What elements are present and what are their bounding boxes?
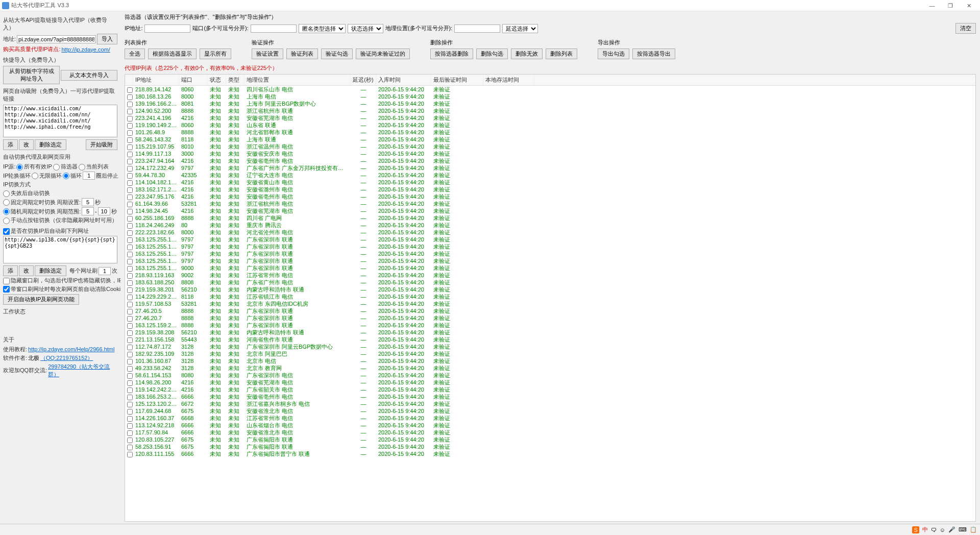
table-row[interactable]: 183.63.188.2508808未知未知广东省广州市 电信—2020-6-1… [125, 279, 975, 286]
row-checkbox[interactable] [127, 252, 133, 257]
row-checkbox[interactable] [127, 352, 133, 357]
mode-random-radio[interactable]: 随机周期定时切换 [3, 208, 56, 215]
row-checkbox[interactable] [127, 216, 133, 222]
table-row[interactable]: 163.125.159.2518888未知未知广东省深圳市 联通—2020-6-… [125, 322, 975, 329]
table-row[interactable]: 27.46.20.58888未知未知广东省深圳市 联通—2020-6-15 9:… [125, 307, 975, 314]
table-row[interactable]: 114.104.182.1374216未知未知安徽省黄山市 电信—2020-6-… [125, 179, 975, 186]
row-checkbox[interactable] [127, 452, 133, 457]
row-checkbox[interactable] [127, 137, 133, 143]
row-checkbox[interactable] [127, 144, 133, 150]
row-checkbox[interactable] [127, 373, 133, 379]
row-checkbox[interactable] [127, 259, 133, 264]
row-checkbox[interactable] [127, 423, 133, 429]
table-row[interactable]: 119.190.149.2268060未知未知山东省 联通—2020-6-15 … [125, 121, 975, 129]
row-checkbox[interactable] [127, 380, 133, 386]
row-checkbox[interactable] [127, 223, 133, 229]
row-checkbox[interactable] [127, 416, 133, 422]
mod-refresh-button[interactable]: 改 [19, 265, 34, 276]
table-row[interactable]: 163.125.255.1679797未知未知广东省深圳市 联通—2020-6-… [125, 243, 975, 250]
row-checkbox[interactable] [127, 159, 133, 164]
export-op-button-1[interactable]: 按筛选器导出 [632, 48, 675, 59]
table-row[interactable]: 125.123.120.2046672未知未知浙江省嘉兴市桐乡市 电信—2020… [125, 400, 975, 407]
row-checkbox[interactable] [127, 266, 133, 272]
tray-icon[interactable]: ⌨ [959, 526, 967, 533]
table-row[interactable]: 60.255.186.1698888未知未知四川省 广电网—2020-6-15 … [125, 214, 975, 222]
del-op-button-1[interactable]: 删除勾选 [476, 48, 508, 59]
row-checkbox[interactable] [127, 366, 133, 372]
table-row[interactable]: 120.83.111.1556666未知未知广东省揭阳市普宁市 联通—2020-… [125, 450, 975, 457]
row-checkbox[interactable] [127, 273, 133, 279]
table-row[interactable]: 117.69.244.686675未知未知安徽省淮北市 电信—2020-6-15… [125, 407, 975, 415]
table-row[interactable]: 223.247.95.1764216未知未知安徽省亳州市 电信—2020-6-1… [125, 193, 975, 200]
row-checkbox[interactable] [127, 445, 133, 450]
row-checkbox[interactable] [127, 173, 133, 179]
tray-icon[interactable]: 🎤 [948, 526, 955, 533]
status-select[interactable]: 状态选择 [348, 24, 383, 33]
row-checkbox[interactable] [127, 87, 133, 93]
table-row[interactable]: 101.36.160.873128未知未知北京市 电信—2020-6-15 9:… [125, 357, 975, 364]
table-row[interactable]: 58.61.154.1538080未知未知广东省深圳市 电信—2020-6-15… [125, 372, 975, 379]
absorb-url-textarea[interactable]: http://www.xicidaili.com/ http://www.xic… [3, 105, 117, 137]
loop-none-radio[interactable]: 无限循环 [32, 172, 62, 180]
row-checkbox[interactable] [127, 330, 133, 336]
row-checkbox[interactable] [127, 245, 133, 250]
tray-icon-sogou[interactable]: S [912, 526, 919, 533]
table-row[interactable]: 114.98.24.454216未知未知安徽省芜湖市 电信—2020-6-15 … [125, 207, 975, 214]
table-row[interactable]: 183.166.253.2396666未知未知安徽省亳州市 电信—2020-6-… [125, 393, 975, 400]
table-row[interactable]: 101.26.48.98888未知未知河北省邯郸市 联通—2020-6-15 9… [125, 129, 975, 136]
table-row[interactable]: 218.93.119.1639002未知未知江苏省常州市 电信—2020-6-1… [125, 272, 975, 279]
mod-url-button[interactable]: 改 [19, 139, 34, 150]
row-checkbox[interactable] [127, 387, 133, 393]
tray-icon[interactable]: 🗨 [931, 527, 937, 533]
tutorial-link[interactable]: http://ip.zdaye.com/Help/2966.html [28, 346, 114, 352]
ime-indicator[interactable]: 中 [922, 526, 928, 533]
table-row[interactable]: 163.125.255.1499797未知未知广东省深圳市 联通—2020-6-… [125, 257, 975, 264]
row-checkbox[interactable] [127, 116, 133, 121]
verify-op-button-0[interactable]: 验证设置 [252, 48, 283, 59]
clipboard-import-button[interactable]: 从剪切板中字符或网址导入 [3, 66, 60, 84]
delay-select[interactable]: 延迟选择 [502, 24, 538, 33]
row-checkbox[interactable] [127, 287, 133, 293]
minimize-button[interactable]: — [923, 1, 941, 11]
row-checkbox[interactable] [127, 166, 133, 172]
table-row[interactable]: 112.74.87.1723128未知未知广东省深圳市 阿里云BGP数据中心—2… [125, 343, 975, 350]
row-checkbox[interactable] [127, 202, 133, 207]
table-row[interactable]: 49.233.58.2423128未知未知北京市 教育网—2020-6-15 9… [125, 364, 975, 372]
author-qq-link[interactable]: （QQ:2219765152） [40, 354, 93, 362]
table-row[interactable]: 118.24.246.24980未知未知重庆市 腾讯云—2020-6-15 9:… [125, 222, 975, 229]
table-row[interactable]: 223.241.4.1964216未知未知安徽省芜湖市 电信—2020-6-15… [125, 114, 975, 121]
row-checkbox[interactable] [127, 295, 133, 300]
src-current-radio[interactable]: 当前列表 [79, 163, 109, 171]
table-row[interactable]: 117.57.90.846666未知未知安徽省淮北市 电信—2020-6-15 … [125, 429, 975, 436]
row-checkbox[interactable] [127, 437, 133, 443]
table-row[interactable]: 115.219.107.958010未知未知浙江省温州市 电信—2020-6-1… [125, 143, 975, 150]
export-op-button-0[interactable]: 导出勾选 [598, 48, 629, 59]
textfile-import-button[interactable]: 从文本文件导入 [61, 70, 117, 81]
refresh-url-textarea[interactable]: http://www.ip138.com/{spt}{spt}{spt}{spt… [3, 236, 117, 263]
period-input[interactable] [82, 198, 94, 206]
mode-fixed-radio[interactable]: 固定周期定时切换 [3, 199, 56, 206]
clear-filter-button[interactable]: 清空 [955, 23, 976, 34]
table-row[interactable]: 219.159.38.20856210未知未知内蒙古呼和浩特市 联通—2020-… [125, 329, 975, 336]
row-checkbox[interactable] [127, 94, 133, 100]
row-checkbox[interactable] [127, 280, 133, 286]
row-checkbox[interactable] [127, 395, 133, 400]
row-checkbox[interactable] [127, 402, 133, 407]
list-op-button-1[interactable]: 根据筛选器显示 [148, 48, 197, 59]
import-button[interactable]: 导入 [97, 34, 117, 44]
table-row[interactable]: 114.99.117.133000未知未知安徽省安庆市 电信—2020-6-15… [125, 150, 975, 157]
row-checkbox[interactable] [127, 359, 133, 364]
mode-fail-radio[interactable]: 失效后自动切换 [3, 189, 50, 197]
row-checkbox[interactable] [127, 230, 133, 236]
row-checkbox[interactable] [127, 430, 133, 436]
row-checkbox[interactable] [127, 316, 133, 322]
table-row[interactable]: 163.125.255.1709000未知未知广东省深圳市 联通—2020-6-… [125, 264, 975, 272]
verify-op-button-2[interactable]: 验证勾选 [321, 48, 353, 59]
row-checkbox[interactable] [127, 187, 133, 193]
table-row[interactable]: 163.125.255.1679797未知未知广东省深圳市 联通—2020-6-… [125, 236, 975, 243]
add-url-button[interactable]: 添 [3, 139, 18, 150]
table-row[interactable]: 59.44.78.3042335未知未知辽宁省大连市 电信—2020-6-15 … [125, 172, 975, 179]
row-checkbox[interactable] [127, 152, 133, 157]
qq-group-link[interactable]: 299784290（站大爷交流群） [48, 363, 117, 378]
cookie-checkbox[interactable]: 带窗口刷网址时每次刷网页前自动清除Cookies [3, 285, 120, 293]
